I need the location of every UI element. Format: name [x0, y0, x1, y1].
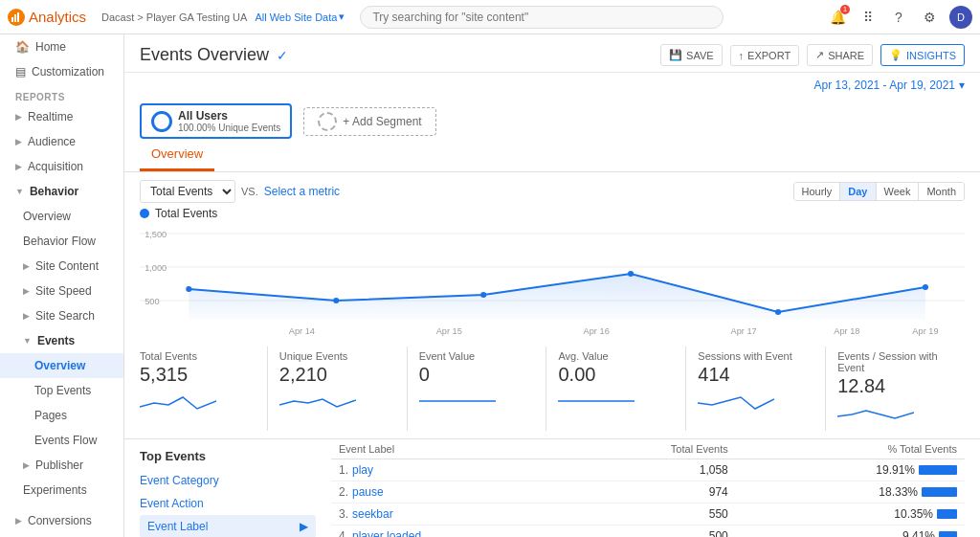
sidebar-item-site-speed[interactable]: ▶ Site Speed: [0, 279, 123, 303]
verified-icon: ✓: [277, 48, 288, 63]
event-label-link[interactable]: seekbar: [352, 507, 393, 521]
help-icon[interactable]: ?: [888, 7, 909, 28]
property-breadcrumb: Dacast > Player GA Testing UA: [101, 11, 247, 23]
hourly-btn[interactable]: Hourly: [794, 183, 841, 200]
table-row: 2.pause 974 18.33%: [331, 481, 965, 503]
save-button[interactable]: 💾 SAVE: [660, 44, 723, 66]
topbar: Analytics Dacast > Player GA Testing UA …: [0, 0, 980, 34]
event-label-link[interactable]: play: [352, 463, 373, 477]
svg-point-13: [628, 271, 634, 277]
event-rank-label: 1.play: [331, 459, 563, 481]
reports-section-label: REPORTS: [0, 84, 123, 104]
site-search-arrow: ▶: [23, 311, 30, 321]
svg-text:500: 500: [145, 297, 159, 306]
date-range-selector[interactable]: Apr 13, 2021 - Apr 19, 2021 ▾: [124, 73, 980, 98]
sidebar-item-conversions[interactable]: ▶ Conversions: [0, 508, 123, 533]
event-label-link[interactable]: Event Label ▶: [140, 515, 316, 537]
svg-text:Apr 16: Apr 16: [584, 326, 610, 336]
week-btn[interactable]: Week: [877, 183, 920, 200]
svg-rect-1: [14, 14, 16, 22]
sidebar-item-behavior-flow[interactable]: Behavior Flow: [0, 229, 123, 254]
audience-arrow: ▶: [15, 137, 22, 146]
notifications-icon[interactable]: 🔔1: [827, 7, 848, 28]
property-selector[interactable]: All Web Site Data ▾: [255, 11, 345, 23]
sidebar-item-experiments[interactable]: Experiments: [0, 478, 123, 503]
event-label-link[interactable]: player loaded: [352, 529, 421, 537]
svg-point-15: [923, 284, 928, 290]
table-row: 1.play 1,058 19.91%: [331, 459, 965, 481]
user-avatar[interactable]: D: [949, 6, 972, 29]
svg-text:Apr 19: Apr 19: [912, 326, 938, 336]
svg-point-14: [775, 309, 781, 315]
all-users-segment[interactable]: All Users 100.00% Unique Events: [140, 103, 292, 139]
home-icon: 🏠: [15, 40, 30, 54]
tab-row: Overview: [124, 139, 980, 172]
sparkline-events-per-session: [837, 401, 914, 424]
acquisition-arrow: ▶: [15, 162, 22, 171]
sidebar-item-site-content[interactable]: ▶ Site Content: [0, 254, 123, 279]
export-button[interactable]: ↑ EXPORT: [730, 45, 800, 66]
pct-bar: [939, 531, 957, 537]
select-metric-link[interactable]: Select a metric: [264, 185, 340, 198]
apps-icon[interactable]: ⠿: [858, 7, 879, 28]
metric-dropdown[interactable]: Total Events: [140, 180, 235, 203]
stat-unique-events: Unique Events 2,210: [268, 347, 408, 431]
event-rank-label: 3.seekbar: [331, 503, 563, 526]
sparkline-total-events: [140, 390, 216, 413]
header-actions: 💾 SAVE ↑ EXPORT ↗ SHARE 💡 INSIGHTS: [660, 44, 965, 66]
sidebar-item-audience[interactable]: ▶ Audience: [0, 129, 123, 154]
chart-legend: Total Events: [124, 207, 980, 224]
sidebar-item-realtime[interactable]: ▶ Realtime: [0, 104, 123, 129]
insights-button[interactable]: 💡 INSIGHTS: [880, 44, 965, 66]
page-header: Events Overview ✓ 💾 SAVE ↑ EXPORT ↗ SHAR…: [124, 34, 980, 73]
sidebar-item-behavior-overview[interactable]: Overview: [0, 204, 123, 229]
share-button[interactable]: ↗ SHARE: [807, 44, 873, 66]
svg-point-10: [186, 286, 191, 292]
chart-svg-container: 1,500 1,000 500: [124, 224, 980, 339]
sparkline-unique-events: [279, 390, 356, 413]
sparkline-avg-value: [558, 390, 635, 413]
event-category-link[interactable]: Event Category: [140, 469, 316, 492]
segments-row: All Users 100.00% Unique Events + Add Se…: [124, 98, 980, 139]
svg-rect-0: [11, 17, 13, 22]
search-container: [360, 6, 724, 29]
pct-bar: [919, 465, 957, 475]
selected-arrow: ▶: [300, 520, 308, 533]
insights-icon: 💡: [889, 49, 902, 61]
sidebar-item-events[interactable]: ▼ Events: [0, 328, 123, 353]
add-segment-button[interactable]: + Add Segment: [303, 107, 435, 136]
event-pct: 10.35%: [736, 503, 965, 526]
analytics-icon: [8, 9, 25, 26]
sidebar-item-publisher[interactable]: ▶ Publisher: [0, 453, 123, 478]
event-total: 1,058: [563, 459, 735, 481]
stat-sessions-with-event: Sessions with Event 414: [686, 347, 826, 431]
metric-select: Total Events VS. Select a metric: [140, 180, 340, 203]
export-icon: ↑: [739, 50, 745, 61]
sidebar-item-home[interactable]: 🏠 Home: [0, 34, 123, 59]
event-total: 500: [563, 526, 735, 538]
events-data-table: Event Label Total Events % Total Events …: [331, 439, 965, 537]
sidebar-item-events-flow[interactable]: Events Flow: [0, 428, 123, 453]
table-row: 3.seekbar 550 10.35%: [331, 503, 965, 526]
stat-events-per-session: Events / Session with Event 12.84: [826, 347, 965, 431]
sidebar-item-acquisition[interactable]: ▶ Acquisition: [0, 154, 123, 179]
sidebar-item-customization[interactable]: ▤ Customization: [0, 59, 123, 84]
svg-text:1,500: 1,500: [145, 230, 167, 239]
month-btn[interactable]: Month: [919, 183, 964, 200]
event-label-link[interactable]: pause: [352, 485, 384, 499]
stat-total-events: Total Events 5,315: [140, 347, 268, 431]
share-icon: ↗: [815, 49, 824, 61]
tab-overview[interactable]: Overview: [140, 139, 214, 171]
sidebar-item-behavior[interactable]: ▼ Behavior: [0, 179, 123, 204]
event-action-link[interactable]: Event Action: [140, 492, 316, 515]
sparkline-sessions: [698, 390, 774, 413]
sidebar-item-events-overview[interactable]: Overview: [0, 353, 123, 378]
sidebar-item-site-search[interactable]: ▶ Site Search: [0, 303, 123, 328]
search-input[interactable]: [360, 6, 724, 29]
event-rank-label: 4.player loaded: [331, 526, 563, 538]
col-total-events: Total Events: [563, 439, 735, 459]
sidebar-item-pages[interactable]: Pages: [0, 403, 123, 428]
settings-icon[interactable]: ⚙: [919, 7, 940, 28]
sidebar-item-top-events[interactable]: Top Events: [0, 378, 123, 403]
day-btn[interactable]: Day: [840, 183, 876, 200]
